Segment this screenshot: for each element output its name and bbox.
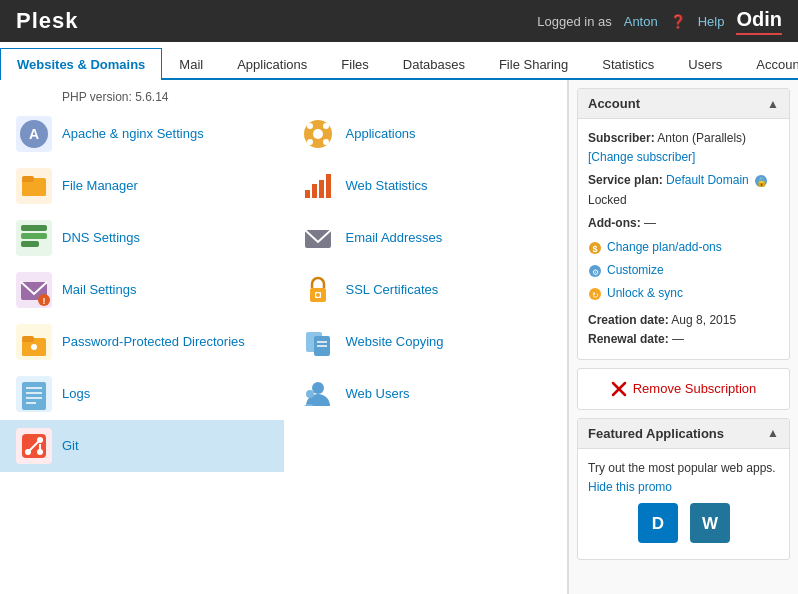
website-copying-label: Website Copying — [346, 334, 444, 351]
svg-point-4 — [307, 123, 313, 129]
featured-apps-section: Featured Applications ▲ Try out the most… — [577, 418, 790, 560]
git-icon — [16, 428, 52, 464]
password-directories-icon — [16, 324, 52, 360]
svg-rect-14 — [326, 174, 331, 198]
customize-link[interactable]: ⚙ Customize — [588, 260, 779, 281]
add-ons-label: Add-ons: — [588, 216, 641, 230]
unlock-sync-icon: ↻ — [588, 287, 602, 301]
wordpress-logo[interactable]: W — [690, 503, 730, 543]
creation-date-label: Creation date: — [588, 313, 669, 327]
email-addresses-label: Email Addresses — [346, 230, 443, 247]
account-section: Account ▲ Subscriber: Anton (Parallels) … — [577, 88, 790, 360]
apache-nginx-icon: A — [16, 116, 52, 152]
sidebar-links: $ Change plan/add-ons ⚙ Customize ↻ Unlo… — [588, 237, 779, 305]
web-users-label: Web Users — [346, 386, 410, 403]
svg-text:↻: ↻ — [592, 291, 599, 300]
tab-file-sharing[interactable]: File Sharing — [482, 48, 585, 80]
account-collapse-icon[interactable]: ▲ — [767, 97, 779, 111]
remove-subscription-icon — [611, 381, 627, 397]
svg-text:D: D — [651, 514, 663, 533]
tab-databases[interactable]: Databases — [386, 48, 482, 80]
plesk-logo: Plesk — [16, 8, 79, 34]
locked-icon: 🔒 — [754, 174, 768, 188]
dns-settings-icon — [16, 220, 52, 256]
email-addresses-icon — [300, 220, 336, 256]
svg-point-3 — [313, 129, 323, 139]
dns-settings-item[interactable]: DNS Settings — [0, 212, 284, 264]
svg-point-7 — [323, 139, 329, 145]
svg-point-5 — [323, 123, 329, 129]
renewal-date-value: — — [672, 332, 684, 346]
svg-point-24 — [316, 293, 320, 297]
tab-applications[interactable]: Applications — [220, 48, 324, 80]
svg-rect-13 — [319, 180, 324, 198]
svg-point-38 — [312, 382, 324, 394]
git-item[interactable]: Git — [0, 420, 284, 472]
customize-icon: ⚙ — [588, 264, 602, 278]
change-plan-label: Change plan/add-ons — [607, 238, 722, 257]
featured-apps-collapse-icon[interactable]: ▲ — [767, 426, 779, 440]
web-statistics-icon — [300, 168, 336, 204]
tab-account[interactable]: Account — [739, 48, 798, 80]
username-link[interactable]: Anton — [624, 14, 658, 29]
website-copying-item[interactable]: Website Copying — [284, 316, 568, 368]
featured-apps-body: Try out the most popular web apps. Hide … — [578, 449, 789, 559]
svg-rect-15 — [21, 225, 47, 231]
email-addresses-item[interactable]: Email Addresses — [284, 212, 568, 264]
applications-item[interactable]: Applications — [284, 108, 568, 160]
odin-logo: Odin — [736, 8, 782, 35]
tab-files[interactable]: Files — [324, 48, 385, 80]
left-content: PHP version: 5.6.14 A Apache & nginx Set… — [0, 80, 568, 594]
service-plan-link[interactable]: Default Domain — [666, 173, 749, 187]
php-version-text: PHP version: 5.6.14 — [62, 90, 169, 104]
nav-tabs: Websites & Domains Mail Applications Fil… — [0, 42, 798, 80]
file-manager-label: File Manager — [62, 178, 138, 195]
php-version-row: PHP version: 5.6.14 — [0, 86, 567, 108]
svg-rect-16 — [21, 233, 47, 239]
unlock-sync-label: Unlock & sync — [607, 284, 683, 303]
svg-text:⚙: ⚙ — [592, 268, 599, 277]
tab-statistics[interactable]: Statistics — [585, 48, 671, 80]
creation-date-row: Creation date: Aug 8, 2015 — [588, 311, 779, 330]
svg-text:W: W — [701, 514, 718, 533]
mail-settings-item[interactable]: ! Mail Settings — [0, 264, 284, 316]
apache-nginx-item[interactable]: A Apache & nginx Settings — [0, 108, 284, 160]
featured-apps-header: Featured Applications ▲ — [578, 419, 789, 449]
file-manager-item[interactable]: File Manager — [0, 160, 284, 212]
unlock-sync-link[interactable]: ↻ Unlock & sync — [588, 283, 779, 304]
password-directories-label: Password-Protected Directories — [62, 334, 245, 351]
logs-label: Logs — [62, 386, 90, 403]
web-statistics-label: Web Statistics — [346, 178, 428, 195]
web-users-item[interactable]: Web Users — [284, 368, 568, 420]
remove-subscription-button[interactable]: Remove Subscription — [577, 368, 790, 410]
help-icon: ❓ — [670, 14, 686, 29]
remove-subscription-label: Remove Subscription — [633, 381, 757, 396]
drupal-logo[interactable]: D — [638, 503, 678, 543]
featured-apps-title: Featured Applications — [588, 426, 724, 441]
tools-grid: A Apache & nginx Settings — [0, 108, 567, 472]
tab-users[interactable]: Users — [671, 48, 739, 80]
wordpress-icon: W — [693, 506, 727, 540]
hide-promo-link[interactable]: Hide this promo — [588, 480, 672, 494]
add-ons-row: Add-ons: — — [588, 214, 779, 233]
svg-rect-27 — [22, 336, 34, 342]
tab-mail[interactable]: Mail — [162, 48, 220, 80]
logs-item[interactable]: Logs — [0, 368, 284, 420]
renewal-date-row: Renewal date: — — [588, 330, 779, 349]
mail-settings-label: Mail Settings — [62, 282, 136, 299]
help-link[interactable]: Help — [698, 14, 725, 29]
applications-label: Applications — [346, 126, 416, 143]
account-title: Account — [588, 96, 640, 111]
password-directories-item[interactable]: Password-Protected Directories — [0, 316, 284, 368]
change-plan-link[interactable]: $ Change plan/add-ons — [588, 237, 779, 258]
ssl-certificates-item[interactable]: SSL Certificates — [284, 264, 568, 316]
svg-point-39 — [306, 390, 314, 398]
file-manager-icon — [16, 168, 52, 204]
tab-websites-domains[interactable]: Websites & Domains — [0, 48, 162, 80]
locked-text: Locked — [588, 193, 627, 207]
featured-apps-description: Try out the most popular web apps. — [588, 459, 779, 478]
customize-label: Customize — [607, 261, 664, 280]
change-subscriber-link[interactable]: [Change subscriber] — [588, 150, 695, 164]
web-statistics-item[interactable]: Web Statistics — [284, 160, 568, 212]
main-area: PHP version: 5.6.14 A Apache & nginx Set… — [0, 80, 798, 594]
